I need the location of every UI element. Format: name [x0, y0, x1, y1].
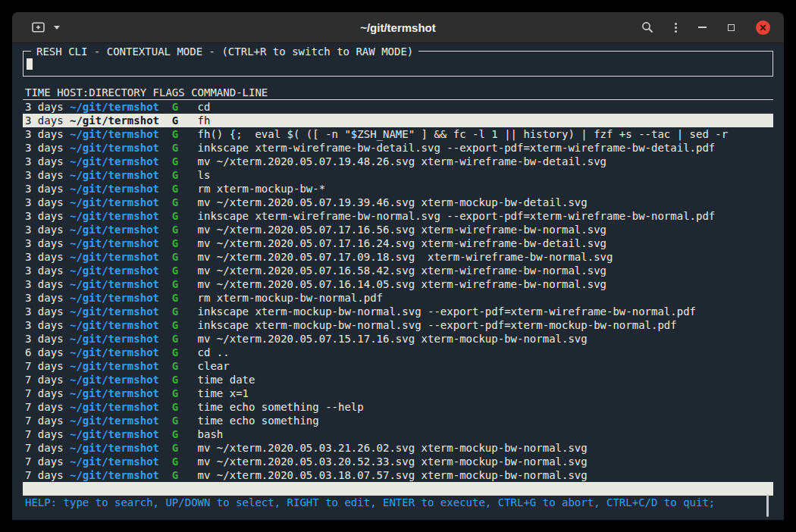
history-row[interactable]: 3 days~/git/termshotGfh: [23, 114, 773, 127]
history-row[interactable]: 7 days~/git/termshotGmv ~/xterm.2020.05.…: [23, 468, 773, 482]
minimize-button[interactable]: [698, 27, 707, 28]
resh-search-box[interactable]: RESH CLI - CONTEXTUAL MODE - (CTRL+R to …: [23, 51, 773, 77]
history-row[interactable]: 3 days~/git/termshotGmv ~/xterm.2020.05.…: [23, 223, 773, 236]
history-command: rm xterm-mockup-bw-*: [198, 183, 326, 195]
window-titlebar[interactable]: ~/git/termshot: [12, 12, 784, 43]
history-flags: G: [172, 236, 198, 250]
history-flags: G: [172, 373, 198, 386]
history-row[interactable]: 3 days~/git/termshotGrm xterm-mockup-bw-…: [23, 182, 773, 196]
new-tab-button[interactable]: [32, 22, 45, 33]
history-row[interactable]: 3 days~/git/termshotGinkscape xterm-wire…: [23, 209, 773, 223]
history-row[interactable]: 6 days~/git/termshotGcd ..: [23, 346, 773, 359]
history-row[interactable]: 3 days~/git/termshotGmv ~/xterm.2020.05.…: [23, 236, 773, 250]
history-time: 3 days: [25, 155, 70, 168]
history-row[interactable]: 3 days~/git/termshotGmv ~/xterm.2020.05.…: [23, 332, 773, 346]
history-command: cd: [198, 101, 211, 113]
history-row[interactable]: 3 days~/git/termshotGinkscape xterm-wire…: [23, 141, 773, 155]
history-flags: G: [172, 196, 198, 209]
history-time: 3 days: [25, 236, 70, 250]
history-command: inkscape xterm-mockup-bw-normal.svg --ex…: [198, 305, 696, 318]
history-command: fh() {; eval $( ([ -n "$ZSH_NAME" ] && f…: [198, 128, 729, 140]
search-icon: [641, 21, 653, 33]
history-command: mv ~/xterm.2020.05.07.17.16.56.svg xterm…: [198, 224, 606, 236]
menu-button[interactable]: [675, 23, 677, 33]
history-host-dir: ~/git/termshot: [70, 400, 172, 414]
history-row[interactable]: 3 days~/git/termshotGrm xterm-mockup-bw-…: [23, 291, 773, 305]
history-flags: G: [172, 468, 198, 482]
history-time: 3 days: [25, 100, 70, 114]
history-row[interactable]: 3 days~/git/termshotGmv ~/xterm.2020.05.…: [23, 250, 773, 264]
search-button[interactable]: [641, 21, 653, 33]
history-row[interactable]: 7 days~/git/termshotGmv ~/xterm.2020.05.…: [23, 441, 773, 455]
history-host-dir: ~/git/termshot: [70, 250, 172, 264]
history-host-dir: ~/git/termshot: [70, 168, 172, 182]
history-command: mv ~/xterm.2020.05.07.17.09.18.svg xterm…: [198, 251, 613, 263]
chevron-down-icon: [54, 26, 60, 30]
history-time: 6 days: [25, 346, 70, 359]
history-row[interactable]: 7 days~/git/termshotGmv ~/xterm.2020.05.…: [23, 455, 773, 468]
tab-menu-button[interactable]: [45, 26, 60, 30]
history-time: 3 days: [25, 127, 70, 141]
history-host-dir: ~/git/termshot: [70, 427, 172, 441]
history-time: 3 days: [25, 332, 70, 346]
history-host-dir: ~/git/termshot: [70, 209, 172, 223]
history-command: inkscape xterm-wireframe-bw-normal.svg -…: [198, 210, 716, 222]
history-time: 7 days: [25, 441, 70, 455]
history-flags: G: [172, 400, 198, 414]
history-flags: G: [172, 209, 198, 223]
history-time: 3 days: [25, 291, 70, 305]
history-host-dir: ~/git/termshot: [70, 373, 172, 386]
history-command: fh: [198, 114, 211, 127]
status-bar: 2020-05-08 00:34:56 tower:~/git/termshot…: [23, 482, 773, 496]
history-host-dir: ~/git/termshot: [70, 305, 172, 318]
history-host-dir: ~/git/termshot: [70, 455, 172, 468]
history-row[interactable]: 3 days~/git/termshotGfh() {; eval $( ([ …: [23, 127, 773, 141]
history-host-dir: ~/git/termshot: [70, 291, 172, 305]
terminal-content[interactable]: RESH CLI - CONTEXTUAL MODE - (CTRL+R to …: [12, 43, 784, 520]
scrollbar-thumb[interactable]: [766, 494, 769, 517]
history-time: 3 days: [25, 305, 70, 318]
history-header: TIME HOST:DIRECTORY FLAGS COMMAND-LINE: [23, 86, 773, 100]
history-flags: G: [172, 414, 198, 427]
history-host-dir: ~/git/termshot: [70, 386, 172, 400]
new-tab-icon: [32, 22, 45, 33]
history-row[interactable]: 7 days~/git/termshotGtime x=1: [23, 386, 773, 400]
text-cursor: [27, 58, 33, 70]
history-time: 3 days: [25, 196, 70, 209]
restore-button[interactable]: [728, 24, 735, 31]
history-row[interactable]: 3 days~/git/termshotGmv ~/xterm.2020.05.…: [23, 264, 773, 277]
history-flags: G: [172, 250, 198, 264]
history-flags: G: [172, 114, 198, 127]
history-row[interactable]: 7 days~/git/termshotGbash: [23, 427, 773, 441]
history-row[interactable]: 3 days~/git/termshotGmv ~/xterm.2020.05.…: [23, 277, 773, 291]
history-flags: G: [172, 168, 198, 182]
history-command: inkscape xterm-mockup-bw-normal.svg --ex…: [198, 319, 677, 331]
history-row[interactable]: 3 days~/git/termshotGinkscape xterm-mock…: [23, 305, 773, 318]
history-host-dir: ~/git/termshot: [70, 100, 172, 114]
history-flags: G: [172, 127, 198, 141]
history-row[interactable]: 3 days~/git/termshotGls: [23, 168, 773, 182]
history-list: 3 days~/git/termshotGcd3 days~/git/terms…: [23, 100, 773, 482]
history-host-dir: ~/git/termshot: [70, 141, 172, 155]
history-row[interactable]: 3 days~/git/termshotGmv ~/xterm.2020.05.…: [23, 196, 773, 209]
history-row[interactable]: 7 days~/git/termshotGclear: [23, 359, 773, 373]
history-command: rm xterm-mockup-bw-normal.pdf: [198, 292, 383, 304]
history-row[interactable]: 3 days~/git/termshotGcd: [23, 100, 773, 114]
close-icon: [759, 23, 767, 32]
close-button[interactable]: [756, 20, 770, 35]
history-time: 3 days: [25, 264, 70, 277]
history-host-dir: ~/git/termshot: [70, 236, 172, 250]
history-row[interactable]: 7 days~/git/termshotGtime date: [23, 373, 773, 386]
history-row[interactable]: 7 days~/git/termshotGtime echo something: [23, 414, 773, 427]
history-flags: G: [172, 386, 198, 400]
history-command: inkscape xterm-wireframe-bw-detail.svg -…: [198, 142, 716, 154]
history-command: mv ~/xterm.2020.05.07.17.16.24.svg xterm…: [198, 237, 606, 249]
history-host-dir: ~/git/termshot: [70, 114, 172, 127]
history-time: 3 days: [25, 114, 70, 127]
history-command: mv ~/xterm.2020.05.07.19.39.46.svg xterm…: [198, 196, 588, 208]
history-time: 3 days: [25, 318, 70, 332]
history-row[interactable]: 3 days~/git/termshotGinkscape xterm-mock…: [23, 318, 773, 332]
history-row[interactable]: 7 days~/git/termshotGtime echo something…: [23, 400, 773, 414]
history-flags: G: [172, 291, 198, 305]
history-row[interactable]: 3 days~/git/termshotGmv ~/xterm.2020.05.…: [23, 155, 773, 168]
